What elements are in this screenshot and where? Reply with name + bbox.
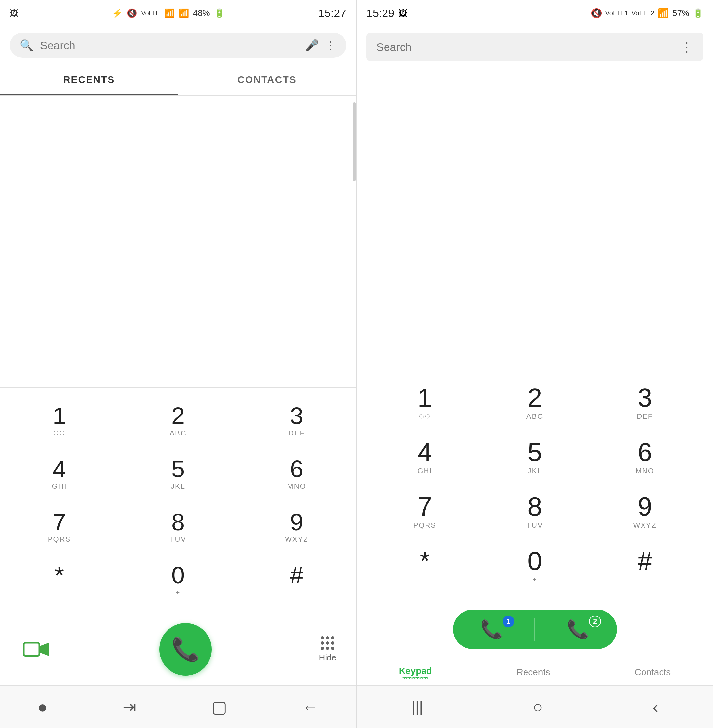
vol-lte1-icon: VoLTE1	[606, 9, 628, 17]
signal-icon: 📶	[179, 8, 189, 18]
dial-key-1-left[interactable]: 1 ◌◌	[0, 394, 119, 447]
dialpad-left: 1 ◌◌ 2 ABC 3 DEF 4 GHI 5 JKL 6 MNO	[0, 387, 356, 613]
keypad-tab-label: Keypad	[399, 666, 432, 676]
dialpad-grid-left: 1 ◌◌ 2 ABC 3 DEF 4 GHI 5 JKL 6 MNO	[0, 394, 356, 607]
svg-marker-1	[40, 643, 49, 656]
dial-key-7-right[interactable]: 7 PQRS	[370, 484, 480, 539]
dial-key-4-left[interactable]: 4 GHI	[0, 447, 119, 501]
nav-dot-left[interactable]: ●	[38, 698, 48, 716]
nav-recents-left[interactable]: ⇥	[122, 698, 136, 716]
dial-key-0-left[interactable]: 0 +	[119, 553, 237, 607]
battery-text-left: 48%	[193, 8, 210, 18]
call-sim1-button[interactable]: 📞 1	[474, 619, 509, 640]
dial-key-4-right[interactable]: 4 GHI	[370, 430, 480, 484]
content-area-left	[0, 96, 356, 387]
contacts-tab-label: Contacts	[635, 667, 671, 677]
search-icon-left: 🔍	[20, 39, 33, 52]
dial-key-3-left[interactable]: 3 DEF	[237, 394, 356, 447]
dial-key-6-right[interactable]: 6 MNO	[590, 430, 700, 484]
time-left: 15:27	[318, 7, 346, 20]
dial-key-2-left[interactable]: 2 ABC	[119, 394, 237, 447]
status-icons-right: 🔇 VoLTE1 VoLTE2 📶 57% 🔋	[591, 8, 703, 19]
call-sim2-button[interactable]: 📞 2	[560, 619, 596, 640]
search-input-right[interactable]	[376, 41, 674, 54]
signal-icon-right: 📶	[658, 8, 669, 19]
dial-key-9-left[interactable]: 9 WXYZ	[237, 501, 356, 553]
battery-text-right: 57%	[672, 8, 689, 18]
dial-key-hash-right[interactable]: #	[590, 539, 700, 593]
nav-back-right[interactable]: ‹	[653, 698, 658, 716]
dial-key-9-right[interactable]: 9 WXYZ	[590, 484, 700, 539]
right-phone-screen: 15:29 🖼 🔇 VoLTE1 VoLTE2 📶 57% 🔋 ⋮ 1 ◌◌ 2…	[356, 0, 713, 728]
call-button-left[interactable]: 📞	[159, 623, 212, 676]
mute-icon-right: 🔇	[591, 8, 602, 19]
status-time-area-right: 15:29 🖼	[367, 7, 407, 20]
search-bar-right[interactable]: ⋮	[367, 33, 703, 61]
time-right: 15:29	[367, 7, 394, 20]
sim2-badge: 2	[589, 616, 601, 627]
hide-label: Hide	[319, 653, 336, 663]
recents-tab-label: Recents	[516, 667, 550, 677]
battery-icon-left: 🔋	[214, 8, 225, 18]
video-call-button[interactable]	[20, 633, 52, 666]
tabs-left: RECENTS CONTACTS	[0, 64, 356, 96]
image-icon-right: 🖼	[398, 8, 407, 19]
bluetooth-icon: ⚡	[112, 8, 122, 18]
tab-contacts[interactable]: CONTACTS	[178, 64, 356, 95]
dial-key-hash-left[interactable]: #	[237, 553, 356, 607]
sim1-badge: 1	[503, 616, 515, 627]
vol-lte2-icon: VoLTE2	[631, 9, 654, 17]
more-options-right[interactable]: ⋮	[680, 39, 693, 54]
content-area-right	[356, 67, 713, 369]
nav-bar-left: ● ⇥ ▢ ←	[0, 685, 356, 728]
tab-contacts-right[interactable]: Contacts	[635, 667, 671, 677]
wifi-icon: 📶	[164, 8, 175, 18]
phone-icon-sim2: 📞	[567, 619, 589, 640]
nav-back-left[interactable]: ←	[302, 698, 318, 716]
mute-icon: 🔇	[127, 8, 137, 18]
dial-key-0-right[interactable]: 0 +	[480, 539, 590, 593]
dial-key-star-right[interactable]: *	[370, 539, 480, 593]
tab-recents-right[interactable]: Recents	[516, 667, 550, 677]
nav-menu-right[interactable]: |||	[412, 699, 423, 715]
more-options-left[interactable]: ⋮	[325, 39, 336, 52]
bottom-tabs-right: Keypad Recents Contacts	[356, 659, 713, 685]
scroll-indicator-left[interactable]	[353, 102, 356, 181]
phone-icon-sim1: 📞	[480, 619, 503, 640]
action-bar-left: 📞 Hide	[0, 613, 356, 685]
search-bar-left[interactable]: 🔍 🎤 ⋮	[10, 33, 346, 58]
phone-icon-left: 📞	[172, 636, 200, 663]
dial-key-3-right[interactable]: 3 DEF	[590, 375, 700, 430]
mic-icon-left[interactable]: 🎤	[305, 39, 319, 52]
dialpad-grid-right: 1 ◌◌ 2 ABC 3 DEF 4 GHI 5 JKL 6 MNO	[370, 375, 700, 593]
nav-home-left[interactable]: ▢	[212, 698, 227, 716]
vol-lte-icon: VoLTE	[141, 9, 160, 17]
dial-key-8-left[interactable]: 8 TUV	[119, 501, 237, 553]
status-icons-left: 🖼	[10, 8, 18, 18]
svg-rect-0	[24, 643, 39, 656]
nav-home-right[interactable]: ○	[533, 698, 543, 716]
video-icon	[23, 640, 49, 659]
status-bar-right: 15:29 🖼 🔇 VoLTE1 VoLTE2 📶 57% 🔋	[356, 0, 713, 26]
dual-call-button[interactable]: 📞 1 📞 2	[453, 610, 617, 649]
dial-key-star-left[interactable]: *	[0, 553, 119, 607]
battery-icon-right: 🔋	[693, 8, 703, 18]
dial-key-5-right[interactable]: 5 JKL	[480, 430, 590, 484]
hide-button[interactable]: Hide	[319, 636, 336, 663]
tab-recents[interactable]: RECENTS	[0, 64, 178, 95]
dial-key-7-left[interactable]: 7 PQRS	[0, 501, 119, 553]
image-icon: 🖼	[10, 8, 18, 18]
dial-key-1-right[interactable]: 1 ◌◌	[370, 375, 480, 430]
hide-dots-icon	[321, 636, 334, 650]
search-input-left[interactable]	[40, 39, 298, 52]
call-button-divider	[534, 618, 535, 641]
dial-key-6-left[interactable]: 6 MNO	[237, 447, 356, 501]
dial-key-8-right[interactable]: 8 TUV	[480, 484, 590, 539]
left-phone-screen: 🖼 ⚡ 🔇 VoLTE 📶 📶 48% 🔋 15:27 🔍 🎤 ⋮ RECENT…	[0, 0, 356, 728]
status-indicators-left: ⚡ 🔇 VoLTE 📶 📶 48% 🔋	[112, 8, 225, 18]
dial-key-2-right[interactable]: 2 ABC	[480, 375, 590, 430]
status-bar-left: 🖼 ⚡ 🔇 VoLTE 📶 📶 48% 🔋 15:27	[0, 0, 356, 26]
keypad-tab-underline	[402, 677, 428, 679]
dial-key-5-left[interactable]: 5 JKL	[119, 447, 237, 501]
tab-keypad-right[interactable]: Keypad	[399, 666, 432, 679]
